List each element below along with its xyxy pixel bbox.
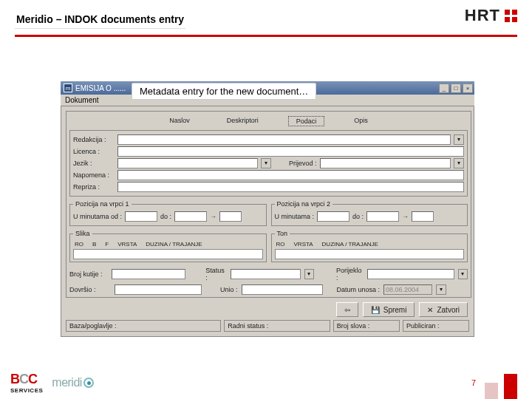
fields-group: Redakcija : ▾ Licenca : Jezik : ▾ Prijev… [69,130,468,197]
hdr-slika-vrsta: VRSTA [117,241,137,248]
input-p2-do[interactable] [366,211,399,222]
hdr-slika-f: F [105,241,109,248]
label-p2-do: do : [352,213,364,220]
arrow-icon: → [402,213,409,220]
page-number: 7 [471,378,476,387]
dropdown-jezik[interactable]: ▾ [261,158,271,168]
window-title: EMISIJA O ...... [75,84,126,92]
input-jezik[interactable] [117,158,258,168]
input-p1-od[interactable] [125,211,157,222]
meridio-logo: meridi [52,376,94,389]
legend-ton: Ton [275,230,290,237]
app-icon: m [64,83,72,92]
label-p1-do: do : [160,213,171,220]
arrow-icon: → [210,213,216,220]
input-licenca[interactable] [117,146,464,157]
label-p1-od: U minutama od : [73,213,122,220]
page-title: Meridio – INDOK documents entry [15,10,185,29]
group-pozicija1: Pozicija na vrpci 1 U minutama od : do :… [69,200,267,226]
label-napomena: Napomena : [73,171,115,179]
dropdown-porijeklo[interactable]: ▾ [458,269,468,279]
footer-logos: BCC SERVICES meridi [10,372,94,394]
dropdown-redakcija[interactable]: ▾ [454,134,464,145]
hdr-ton-duzina: DUZINA / TRAJANJE [322,241,378,248]
legend-pozicija1: Pozicija na vrpci 1 [73,200,132,208]
tab-podaci[interactable]: Podaci [288,116,325,126]
menu-dokument[interactable]: Dokument [65,96,99,104]
input-napomena[interactable] [117,170,464,180]
input-dovrsio[interactable] [115,284,202,295]
minimize-button[interactable]: _ [439,83,449,93]
hdr-ton-vrsta: VRSTA [294,241,313,248]
input-status[interactable] [231,269,301,279]
status-radni: Radni status : [224,320,330,332]
title-underline [15,35,517,37]
tab-deskriptori[interactable]: Deskriptori [219,116,266,126]
group-slika: Slika RO B F VRSTA DUZINA / TRAJANJE [69,230,267,262]
legend-pozicija2: Pozicija na vrpci 2 [275,200,333,208]
input-p2-res[interactable] [412,211,434,222]
maximize-button[interactable]: □ [451,83,461,93]
group-pozicija2: Pozicija na vrpci 2 U minutama : do : → [271,200,468,226]
status-broj-slova: Broj slova : [333,320,400,332]
input-datum [383,284,432,295]
label-broj-kutije: Broj kutije : [69,270,108,278]
group-ton: Ton RO VRSTA DUZINA / TRAJANJE [271,230,468,262]
deco-square [504,374,517,399]
hdr-slika-duzina: DUZINA / TRAJANJE [146,241,202,248]
label-prijevod: Prijevod : [289,160,317,167]
input-redakcija[interactable] [117,134,451,145]
arrow-left-icon: ⇦ [344,306,350,314]
label-datum: Datum unosa : [337,286,381,293]
dropdown-prijevod[interactable]: ▾ [454,158,464,168]
annotation-callout: Metadata entry for the new document… [132,83,316,100]
floppy-icon: 💾 [371,306,380,314]
input-broj-kutije[interactable] [112,269,185,279]
label-repriza: Repriza : [73,183,115,191]
input-p2-od[interactable] [317,211,349,222]
dropdown-status[interactable]: ▾ [304,269,314,279]
input-p1-res[interactable] [219,211,242,222]
input-porijeklo[interactable] [367,269,454,279]
hdr-slika-b: B [92,241,96,248]
input-prijevod[interactable] [320,158,451,168]
grid-ton[interactable] [275,249,465,259]
input-repriza[interactable] [117,182,464,192]
close-button[interactable]: × [463,83,473,93]
status-publiciran: Publiciran : [403,320,469,332]
status-baza: Baza/poglavlje : [66,320,221,332]
bcc-logo: BCC SERVICES [10,372,43,394]
app-window: m EMISIJA O ...... _ □ × Dokument Naslov… [61,81,474,337]
close-form-button[interactable]: ✕Zatvori [419,302,468,317]
label-unio: Unio : [220,286,238,293]
prev-button[interactable]: ⇦ [336,302,358,317]
label-status: Status : [205,267,226,282]
input-unio[interactable] [242,284,323,295]
label-redakcija: Redakcija : [73,136,115,143]
grid-slika[interactable] [73,249,263,259]
hdr-ton-ro: RO [276,241,285,248]
tab-naslov[interactable]: Naslov [162,116,197,126]
dropdown-datum[interactable]: ▾ [436,284,446,295]
status-bar: Baza/poglavlje : Radni status : Broj slo… [66,320,469,332]
input-p1-do[interactable] [174,211,207,222]
hdr-slika-ro: RO [75,241,83,248]
save-button[interactable]: 💾Spremi [363,302,415,317]
label-dovrsio: Dovršio : [69,286,111,293]
label-jezik: Jezik : [73,160,115,167]
hrt-logo: HRT [465,6,517,25]
label-p2-od: U minutama : [275,213,315,220]
label-licenca: Licenca : [73,148,115,155]
label-porijeklo: Porijeklo : [336,267,364,282]
main-fieldset: Naslov Deskriptori Podaci Opis Redakcija… [66,111,471,298]
tab-opis[interactable]: Opis [347,116,375,126]
close-icon: ✕ [427,306,433,314]
deco-square [485,383,498,399]
legend-slika: Slika [73,230,92,237]
